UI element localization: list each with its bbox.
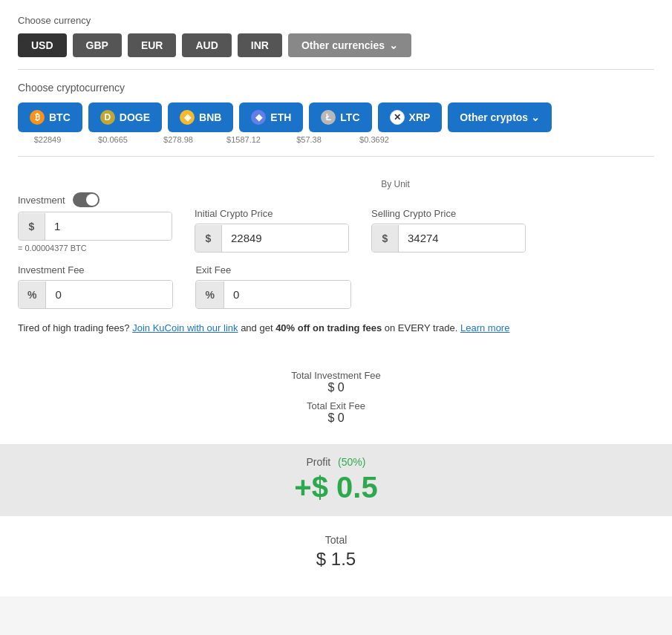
fees-row: Investment Fee % Exit Fee %: [18, 264, 654, 309]
currency-buttons: USD GBP EUR AUD INR Other currencies ⌄: [18, 33, 654, 57]
ltc-icon: Ł: [321, 110, 336, 125]
other-cryptos-chevron-icon: ⌄: [531, 111, 540, 123]
xrp-price: $0.3692: [345, 135, 404, 144]
initial-price-group: Initial Crypto Price $: [195, 208, 349, 253]
total-investment-fee-row: Total Investment Fee $ 0: [18, 370, 654, 394]
investment-label: Investment: [18, 195, 65, 206]
main-container: Choose currency USD GBP EUR AUD INR Othe…: [0, 0, 672, 596]
initial-price-input-wrapper: $: [195, 224, 349, 253]
currency-btn-usd[interactable]: USD: [18, 33, 67, 57]
investment-fee-input[interactable]: [46, 281, 172, 308]
exit-fee-prefix: %: [196, 281, 224, 308]
investment-input-wrapper: $: [18, 212, 172, 241]
crypto-prices: $22849 $0.0665 $278.98 $1587.12 $57.38 $…: [18, 135, 654, 144]
promo-text2: and get: [238, 322, 276, 333]
bnb-icon: ◈: [180, 110, 195, 125]
crypto-btn-xrp[interactable]: ✕ XRP: [378, 102, 443, 132]
total-section: Total $ 1.5: [18, 522, 654, 582]
crypto-btn-ltc[interactable]: Ł LTC: [309, 102, 371, 132]
other-cryptos-label: Other cryptos: [460, 111, 528, 123]
investment-fee-prefix: %: [19, 281, 46, 308]
investment-group: Investment $ = 0.00004377 BTC: [18, 192, 172, 253]
btc-price: $22849: [18, 135, 77, 144]
crypto-btn-doge[interactable]: D DOGE: [88, 102, 162, 132]
investment-prefix: $: [19, 213, 45, 240]
promo-text1: Tired of high trading fees?: [18, 322, 132, 333]
initial-price-input[interactable]: [222, 224, 348, 252]
btc-label: BTC: [49, 111, 71, 123]
xrp-icon: ✕: [390, 110, 405, 125]
promo-bold: 40% off on trading fees: [275, 322, 382, 333]
selling-price-group: Selling Crypto Price $: [371, 208, 526, 253]
currency-btn-inr[interactable]: INR: [238, 33, 282, 57]
currency-divider: [18, 69, 654, 70]
profit-text: Profit: [307, 456, 331, 468]
currency-label: Choose currency: [18, 15, 654, 26]
results-section: Total Investment Fee $ 0 Total Exit Fee …: [18, 362, 654, 438]
profit-section: Profit (50%) +$ 0.5: [0, 444, 672, 516]
crypto-label: Choose cryptocurrency: [18, 82, 654, 94]
crypto-btn-btc[interactable]: ₿ BTC: [18, 102, 82, 132]
selling-price-input-wrapper: $: [371, 224, 526, 253]
total-exit-fee-value: $ 0: [18, 411, 654, 425]
crypto-btn-bnb[interactable]: ◈ BNB: [168, 102, 233, 132]
selling-price-prefix: $: [372, 225, 399, 252]
xrp-label: XRP: [409, 111, 431, 123]
total-investment-fee-label: Total Investment Fee: [18, 370, 654, 381]
promo-text3: on EVERY trade.: [382, 322, 460, 333]
exit-fee-input-wrapper: %: [195, 280, 350, 309]
profit-label: Profit (50%): [12, 456, 660, 468]
exit-fee-label: Exit Fee: [195, 264, 350, 276]
profit-value: +$ 0.5: [12, 471, 660, 504]
currency-btn-other[interactable]: Other currencies ⌄: [288, 33, 411, 57]
currency-btn-aud[interactable]: AUD: [182, 33, 231, 57]
eth-label: ETH: [270, 111, 291, 123]
bnb-price: $278.98: [149, 135, 208, 144]
total-investment-fee-value: $ 0: [18, 381, 654, 394]
initial-price-label: Initial Crypto Price: [195, 208, 349, 219]
crypto-btn-eth[interactable]: ◆ ETH: [239, 102, 303, 132]
promo-text: Tired of high trading fees? Join KuCoin …: [18, 321, 654, 336]
by-unit-label: By Unit: [137, 179, 654, 189]
total-value: $ 1.5: [18, 549, 654, 570]
by-unit-toggle[interactable]: [73, 192, 100, 207]
total-exit-fee-row: Total Exit Fee $ 0: [18, 400, 654, 425]
crypto-btn-other[interactable]: Other cryptos ⌄: [448, 102, 552, 132]
currency-btn-gbp[interactable]: GBP: [73, 33, 122, 57]
eth-price: $1587.12: [214, 135, 273, 144]
chevron-down-icon: ⌄: [389, 39, 398, 51]
crypto-divider: [18, 156, 654, 157]
fields-row: Investment $ = 0.00004377 BTC Initial Cr…: [18, 192, 654, 253]
other-price: [410, 135, 469, 144]
bnb-label: BNB: [199, 111, 221, 123]
doge-price: $0.0665: [83, 135, 143, 144]
investment-fee-group: Investment Fee %: [18, 264, 173, 309]
total-label: Total: [18, 534, 654, 546]
investment-fee-label: Investment Fee: [18, 264, 173, 276]
crypto-section: Choose cryptocurrency ₿ BTC D DOGE ◈ BNB…: [18, 82, 654, 144]
other-currencies-label: Other currencies: [301, 39, 385, 51]
exit-fee-group: Exit Fee %: [195, 264, 350, 309]
investment-fee-input-wrapper: %: [18, 280, 173, 309]
currency-section: Choose currency USD GBP EUR AUD INR Othe…: [18, 15, 654, 57]
learn-more-link[interactable]: Learn more: [460, 322, 509, 333]
currency-btn-eur[interactable]: EUR: [128, 33, 177, 57]
selling-price-label: Selling Crypto Price: [371, 208, 526, 219]
doge-icon: D: [100, 110, 115, 125]
crypto-buttons: ₿ BTC D DOGE ◈ BNB ◆ ETH Ł LTC ✕ XRP: [18, 102, 654, 132]
initial-price-prefix: $: [195, 225, 222, 252]
btc-equiv: = 0.00004377 BTC: [18, 244, 172, 253]
calculator-section: By Unit Investment $ = 0.00004377 BTC In…: [18, 179, 654, 362]
btc-icon: ₿: [30, 110, 45, 125]
exit-fee-input[interactable]: [224, 281, 350, 308]
kucoin-link[interactable]: Join KuCoin with our link: [132, 322, 238, 333]
investment-input[interactable]: [45, 212, 172, 240]
selling-price-input[interactable]: [399, 224, 525, 252]
doge-label: DOGE: [120, 111, 150, 123]
ltc-label: LTC: [340, 111, 359, 123]
profit-percent: (50%): [338, 456, 365, 468]
total-exit-fee-label: Total Exit Fee: [18, 400, 654, 411]
ltc-price: $57.38: [279, 135, 339, 144]
eth-icon: ◆: [251, 110, 266, 125]
